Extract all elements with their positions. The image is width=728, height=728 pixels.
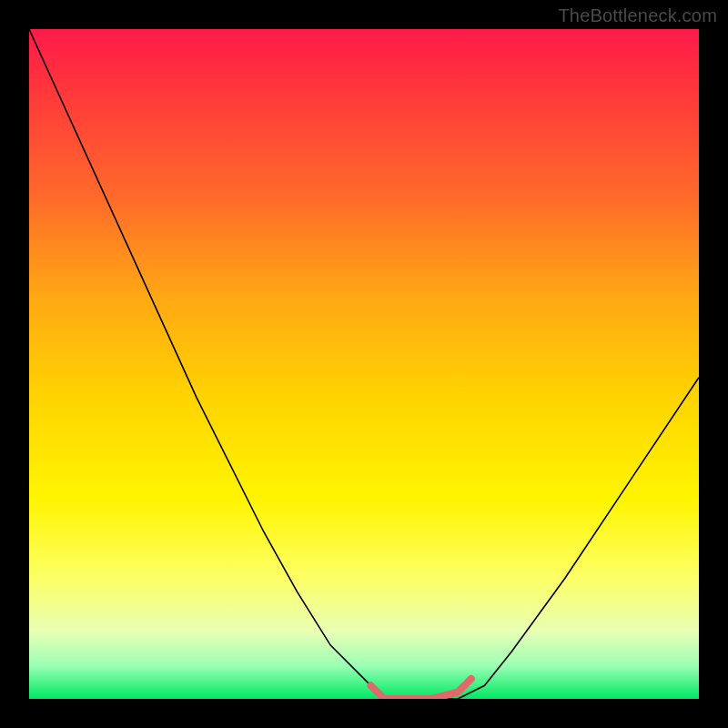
- bottleneck-curve: [29, 29, 699, 699]
- highlight-segment: [370, 679, 470, 699]
- plot-area: [29, 29, 699, 699]
- watermark-text: TheBottleneck.com: [558, 5, 717, 26]
- curve-svg: [29, 29, 699, 699]
- chart-container: TheBottleneck.com: [0, 0, 728, 728]
